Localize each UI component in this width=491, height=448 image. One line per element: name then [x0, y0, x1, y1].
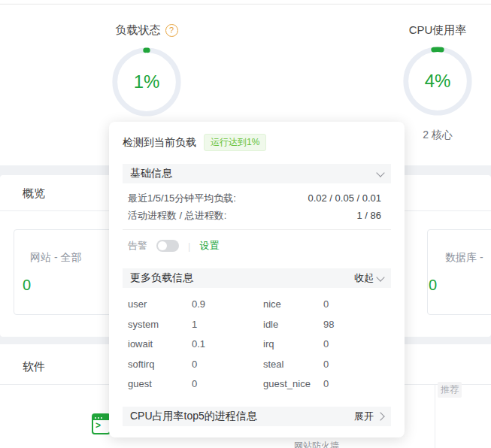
load-gauge-value: 1%: [111, 46, 183, 118]
software-title: 软件: [23, 360, 45, 374]
alarm-row: 告警 | 设置: [128, 239, 219, 253]
process-count-row: 活动进程数 / 总进程数: 1 / 86: [128, 207, 381, 224]
terminal-icon-titlebar: [93, 415, 109, 420]
basic-info-section-bar[interactable]: 基础信息: [123, 164, 391, 183]
stat-value: 0: [323, 295, 381, 315]
cpu-gauge[interactable]: 4%: [402, 45, 474, 117]
dashboard-screen: 负载状态 ? 1% CPU使用率 4% 2 核心 概览 网站 - 全部 0 数据…: [0, 0, 491, 448]
load-detail-popover: 检测到当前负载 运行达到1% 基础信息 最近1/5/15分钟平均负载: 0.02…: [109, 122, 405, 437]
more-load-section-bar[interactable]: 更多负载信息 收起: [123, 268, 391, 288]
stat-key: guest_nice: [263, 374, 323, 395]
database-card-title[interactable]: 数据库 -: [445, 251, 483, 265]
stat-key: nice: [263, 295, 323, 315]
stat-key: irq: [263, 334, 323, 355]
stat-value: 0.9: [192, 295, 263, 315]
collapse-button[interactable]: 收起: [354, 271, 383, 285]
stat-value: 0: [323, 355, 381, 375]
more-load-label: 更多负载信息: [130, 271, 193, 285]
load-gauge-label: 负载状态 ?: [94, 23, 199, 38]
stat-value: 0.1: [192, 334, 263, 355]
database-card[interactable]: [427, 229, 491, 315]
avg-load-value: 0.02 / 0.05 / 0.01: [308, 189, 381, 207]
software-panel-divider: [435, 384, 435, 448]
popover-title: 检测到当前负载: [123, 136, 196, 150]
toggle-knob: [158, 241, 167, 250]
recommend-badge: 推荐: [438, 382, 462, 398]
top-divider: [0, 4, 491, 5]
website-count[interactable]: 0: [23, 277, 31, 294]
stat-key: user: [128, 295, 192, 315]
stat-value: 0: [323, 374, 381, 395]
top5-process-section-bar[interactable]: CPU占用率top5的进程信息 展开: [123, 407, 391, 426]
stat-key: steal: [263, 355, 323, 375]
alarm-toggle[interactable]: [156, 240, 179, 252]
terminal-icon[interactable]: >: [92, 413, 111, 434]
alarm-settings-link[interactable]: 设置: [199, 239, 219, 253]
overview-title: 概览: [23, 186, 45, 201]
cpu-gauge-value: 4%: [402, 45, 474, 117]
stat-key: softirq: [128, 355, 192, 375]
firewall-app-label[interactable]: 网站防火墙: [294, 440, 339, 448]
stat-value: 98: [323, 315, 381, 335]
process-count-label: 活动进程数 / 总进程数:: [128, 207, 226, 224]
cpu-gauge-label: CPU使用率: [385, 23, 490, 38]
avg-load-label: 最近1/5/15分钟平均负载:: [128, 189, 236, 207]
question-icon[interactable]: ?: [165, 24, 178, 37]
alarm-label: 告警: [128, 239, 147, 253]
popover-divider: [123, 229, 391, 230]
basic-info-collapse[interactable]: [374, 172, 383, 176]
load-info-rows: 最近1/5/15分钟平均负载: 0.02 / 0.05 / 0.01 活动进程数…: [128, 189, 381, 224]
stat-value: 0: [323, 334, 381, 355]
stat-key: system: [128, 315, 192, 335]
database-count[interactable]: 0: [429, 277, 437, 294]
basic-info-label: 基础信息: [130, 167, 172, 180]
terminal-icon-prompt: >: [93, 420, 109, 431]
top5-label: CPU占用率top5的进程信息: [130, 410, 257, 423]
stat-key: iowait: [128, 334, 192, 355]
stat-value: 0: [192, 374, 263, 395]
load-gauge-title: 负载状态: [116, 23, 161, 38]
load-gauge[interactable]: 1%: [111, 46, 183, 118]
stat-value: 1: [192, 315, 263, 335]
chevron-down-icon: [376, 168, 384, 177]
cpu-stats-grid: user0.9nice0 system1idle98 iowait0.1irq0…: [128, 295, 381, 395]
cpu-gauge-title: CPU使用率: [409, 23, 467, 38]
avg-load-row: 最近1/5/15分钟平均负载: 0.02 / 0.05 / 0.01: [128, 189, 381, 207]
stat-value: 0: [192, 355, 263, 375]
popover-header: 检测到当前负载 运行达到1%: [123, 134, 266, 151]
chevron-right-icon: [376, 412, 384, 420]
process-count-value: 1 / 86: [356, 207, 381, 224]
stat-key: guest: [128, 374, 192, 395]
stat-key: idle: [263, 315, 323, 335]
website-card-title[interactable]: 网站 - 全部: [30, 251, 81, 265]
expand-button[interactable]: 展开: [354, 410, 383, 423]
alarm-separator: |: [188, 241, 190, 252]
chevron-down-icon: [376, 273, 384, 281]
load-status-badge: 运行达到1%: [204, 134, 266, 151]
